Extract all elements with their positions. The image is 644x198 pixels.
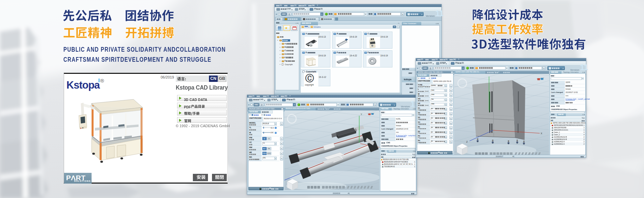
svg-text:Z: Z — [466, 141, 468, 143]
svg-text:X: X — [541, 132, 542, 135]
svg-text:Y: Y — [361, 113, 362, 115]
